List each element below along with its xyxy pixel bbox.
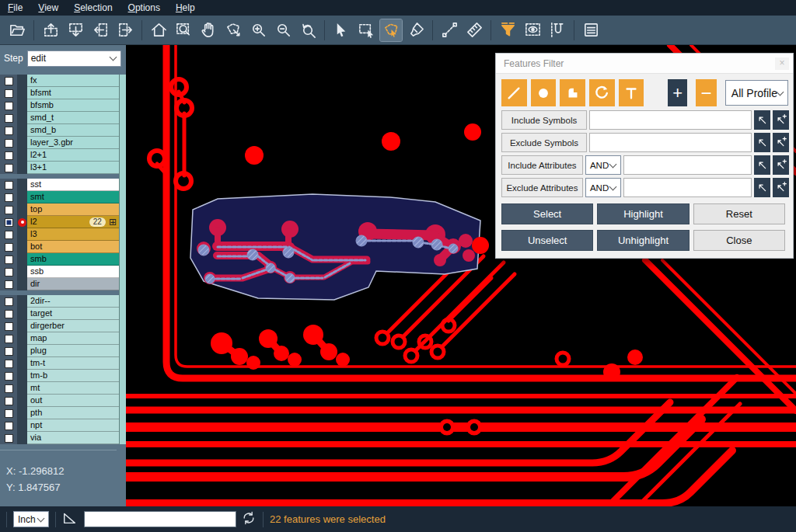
exclude-attributes-button[interactable]: Exclude Attributes xyxy=(501,178,583,197)
layer-name[interactable]: dir xyxy=(27,278,119,290)
layer-name[interactable]: top xyxy=(27,203,119,216)
assign-exclude-attributes-button[interactable] xyxy=(754,178,770,197)
snap-mode-button[interactable] xyxy=(546,19,568,41)
layer-checkbox[interactable] xyxy=(5,193,13,202)
zoom-out-button[interactable] xyxy=(272,19,294,41)
layer-name[interactable]: tm-b xyxy=(27,370,119,382)
measure-points-button[interactable] xyxy=(438,19,460,41)
polygon-select-button[interactable] xyxy=(380,19,402,41)
assign-add-include-attributes-button[interactable] xyxy=(773,155,789,175)
layer-name[interactable]: target xyxy=(27,308,119,320)
layer-name[interactable]: plug xyxy=(27,345,119,357)
unhighlight-button[interactable]: Unhighlight xyxy=(597,230,689,251)
layer-checkbox[interactable] xyxy=(5,114,13,123)
scroll-down-button[interactable] xyxy=(65,19,86,41)
layer-row[interactable]: pth xyxy=(0,407,119,419)
layer-name[interactable]: sst xyxy=(27,179,119,191)
layer-row[interactable]: smb xyxy=(0,253,119,266)
menu-selection[interactable]: Selection xyxy=(66,0,120,16)
layer-name[interactable]: tm-t xyxy=(27,357,119,370)
layer-row[interactable]: plug xyxy=(0,345,119,357)
layer-name[interactable]: fx xyxy=(27,75,119,87)
layer-name[interactable]: map xyxy=(27,332,119,345)
dialog-close-button[interactable]: × xyxy=(775,57,789,70)
layer-name[interactable]: npt xyxy=(27,419,119,432)
include-attributes-input[interactable] xyxy=(623,155,752,175)
layer-name[interactable]: l2+1 xyxy=(27,149,119,162)
open-file-button[interactable] xyxy=(6,19,28,41)
layer-row[interactable]: tm-b xyxy=(0,370,119,382)
layer-checkbox[interactable] xyxy=(5,164,13,172)
layer-name[interactable]: smd_b xyxy=(27,124,119,137)
layer-row[interactable]: l2+1 xyxy=(0,149,119,162)
layer-row[interactable]: 2dir-- xyxy=(0,295,119,308)
layer-checkbox[interactable] xyxy=(5,218,13,227)
layer-name[interactable]: via xyxy=(27,432,119,444)
layer-row[interactable]: map xyxy=(0,332,119,345)
layer-checkbox[interactable] xyxy=(5,231,13,239)
filter-pad-button[interactable] xyxy=(531,79,557,106)
layer-name[interactable]: bfsmb xyxy=(27,99,119,112)
layer-checkbox[interactable] xyxy=(5,268,13,276)
pan-hand-button[interactable] xyxy=(197,19,219,41)
layer-name[interactable]: smd_t xyxy=(27,112,119,124)
layer-name[interactable]: mt xyxy=(27,382,119,395)
layer-name[interactable]: bfsmt xyxy=(27,87,119,99)
include-attributes-op-select[interactable]: AND xyxy=(585,155,621,175)
layer-checkbox[interactable] xyxy=(5,310,13,318)
filter-text-button[interactable] xyxy=(619,79,644,106)
menu-options[interactable]: Options xyxy=(120,0,168,16)
zoom-selection-button[interactable] xyxy=(222,19,244,41)
layer-checkbox[interactable] xyxy=(5,335,13,343)
layer-checkbox[interactable] xyxy=(5,206,13,214)
layer-name[interactable]: bot xyxy=(27,241,119,253)
features-filter-button[interactable] xyxy=(497,19,518,41)
scroll-right-button[interactable] xyxy=(114,19,136,41)
profile-select[interactable]: All Profile xyxy=(725,80,788,106)
assign-add-include-symbols-button[interactable] xyxy=(773,110,789,130)
layer-row[interactable]: smt xyxy=(0,191,119,203)
exclude-attributes-op-select[interactable]: AND xyxy=(585,178,621,197)
select-cursor-button[interactable] xyxy=(330,19,352,41)
layer-row[interactable]: smd_t xyxy=(0,112,119,124)
layer-row[interactable]: dir xyxy=(0,278,119,290)
reset-button[interactable]: Reset xyxy=(693,203,785,224)
layer-checkbox[interactable] xyxy=(5,89,13,98)
include-symbols-button[interactable]: Include Symbols xyxy=(501,110,587,130)
dialog-titlebar[interactable]: Features Filter × xyxy=(496,54,793,74)
zoom-in-button[interactable] xyxy=(247,19,269,41)
include-symbols-input[interactable] xyxy=(589,110,752,130)
layer-row[interactable]: npt xyxy=(0,419,119,432)
layer-list-scrollbar[interactable] xyxy=(119,75,126,444)
layer-name[interactable]: dirgerber xyxy=(27,320,119,332)
assign-add-exclude-attributes-button[interactable] xyxy=(773,178,789,197)
layer-row[interactable]: sst xyxy=(0,179,119,191)
command-input[interactable] xyxy=(84,511,236,527)
layer-row[interactable]: smd_b xyxy=(0,124,119,137)
layer-checkbox[interactable] xyxy=(5,347,13,356)
filter-surface-button[interactable] xyxy=(560,79,585,106)
unselect-button[interactable]: Unselect xyxy=(501,230,593,251)
layer-checkbox[interactable] xyxy=(5,256,13,264)
exclude-attributes-input[interactable] xyxy=(623,178,752,197)
layer-checkbox[interactable] xyxy=(5,384,13,393)
layer-row[interactable]: top xyxy=(0,203,119,216)
layer-checkbox[interactable] xyxy=(5,243,13,252)
layer-checkbox[interactable] xyxy=(5,102,13,110)
layer-row[interactable]: fx xyxy=(0,75,119,87)
assign-add-exclude-symbols-button[interactable] xyxy=(773,133,789,152)
exclude-symbols-input[interactable] xyxy=(589,133,752,152)
highlight-view-button[interactable] xyxy=(522,19,543,41)
layer-row[interactable]: bot xyxy=(0,241,119,253)
layer-name[interactable]: ssb xyxy=(27,266,119,278)
layer-checkbox[interactable] xyxy=(5,280,13,289)
clean-tool-button[interactable] xyxy=(405,19,427,41)
include-attributes-button[interactable]: Include Attributes xyxy=(501,155,583,175)
layer-row[interactable]: l3+1 xyxy=(0,162,119,174)
layer-checkbox[interactable] xyxy=(5,127,13,135)
filter-positive-button[interactable]: + xyxy=(668,79,687,106)
layer-checkbox[interactable] xyxy=(5,409,13,418)
step-select[interactable]: edit xyxy=(27,50,121,67)
layer-checkbox[interactable] xyxy=(5,297,13,306)
rect-select-button[interactable] xyxy=(355,19,377,41)
